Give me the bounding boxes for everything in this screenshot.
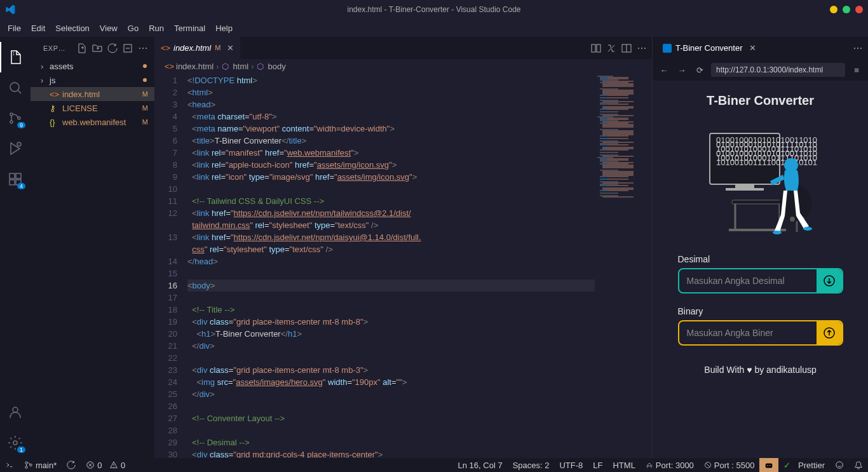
svg-point-4 (17, 142, 21, 146)
sb-lang[interactable]: HTML (607, 458, 640, 472)
modified-dot (143, 78, 147, 82)
file-status: M (142, 90, 148, 98)
menu-icon[interactable]: ≡ (850, 65, 863, 75)
diff-icon[interactable] (606, 43, 616, 53)
more-icon[interactable] (137, 42, 149, 55)
file-row-js[interactable]: › js (31, 73, 154, 87)
file-row-license[interactable]: ⚷ LICENSE M (31, 101, 154, 115)
sb-spaces[interactable]: Spaces: 2 (508, 458, 555, 472)
editor-area: <> index.html M ✕ <> index.html › ⬡ html… (154, 37, 652, 458)
tab-index[interactable]: <> index.html M ✕ (154, 37, 240, 59)
file-row-index[interactable]: <> index.html M (31, 87, 154, 101)
menubar: File Edit Selection View Go Run Terminal… (0, 19, 868, 37)
file-name: web.webmanifest (62, 118, 142, 127)
modified-dot (143, 64, 147, 68)
svg-point-42 (784, 158, 798, 172)
menu-terminal[interactable]: Terminal (169, 21, 210, 36)
svg-point-14 (146, 48, 147, 49)
breadcrumb-item[interactable]: index.html (176, 62, 214, 71)
window-title: index.html - T-Biner-Converter - Visual … (347, 5, 520, 14)
svg-rect-33 (732, 200, 783, 204)
breadcrumb-item[interactable]: html (233, 62, 249, 71)
menu-go[interactable]: Go (123, 21, 144, 36)
menu-help[interactable]: Help (210, 21, 238, 36)
menu-view[interactable]: View (95, 21, 123, 36)
binary-input[interactable] (679, 321, 817, 344)
sb-copilot[interactable] (759, 458, 778, 472)
url-bar[interactable]: http://127.0.0.1:3000/index.html (711, 63, 845, 77)
menu-file[interactable]: File (3, 21, 26, 36)
activity-debug[interactable] (0, 133, 31, 164)
forward-icon[interactable]: → (675, 65, 688, 75)
menu-run[interactable]: Run (144, 21, 169, 36)
activity-search[interactable] (0, 72, 31, 103)
refresh-icon[interactable] (106, 42, 119, 55)
svg-point-23 (860, 48, 862, 49)
menu-edit[interactable]: Edit (26, 21, 50, 36)
sb-feedback[interactable] (830, 458, 849, 472)
breadcrumb[interactable]: <> index.html › ⬡ html › ⬡ body (154, 59, 652, 73)
code-editor[interactable]: 1234567891011121314151617181920212223242… (154, 73, 652, 458)
breadcrumb-item[interactable]: body (268, 62, 286, 71)
more-icon[interactable] (853, 43, 863, 53)
activity-explorer[interactable] (0, 42, 31, 72)
more-icon[interactable] (637, 43, 647, 53)
html-icon: <> (161, 43, 170, 53)
activity-settings[interactable]: 1 (0, 428, 31, 458)
compare-icon[interactable] (591, 43, 601, 53)
desimal-convert-button[interactable] (817, 269, 842, 292)
reload-icon[interactable]: ⟳ (693, 65, 706, 75)
chevron-right-icon: › (216, 62, 219, 71)
svg-point-39 (790, 217, 795, 222)
sb-branch[interactable]: main* (19, 458, 62, 472)
new-folder-icon[interactable] (91, 42, 104, 55)
sb-prettier[interactable]: ✓ Prettier (778, 458, 830, 472)
sb-cursor[interactable]: Ln 16, Col 7 (453, 458, 508, 472)
close-window-button[interactable] (855, 6, 863, 13)
sidebar-title: EXPLORER (43, 44, 69, 52)
sb-problems[interactable]: 0 0 (81, 458, 130, 472)
split-icon[interactable] (621, 43, 632, 53)
desimal-input[interactable] (679, 269, 817, 292)
chevron-right-icon: › (41, 76, 50, 85)
file-row-webmanifest[interactable]: {} web.webmanifest M (31, 115, 154, 129)
sb-sync[interactable] (62, 458, 81, 472)
svg-point-12 (139, 48, 140, 49)
preview-tab[interactable]: T-Biner Conventer ✕ (658, 37, 761, 59)
svg-rect-5 (10, 173, 15, 179)
sb-remote[interactable] (0, 458, 19, 472)
preview-panel: T-Biner Conventer ✕ ← → ⟳ http://127.0.0… (652, 37, 868, 458)
sb-eol[interactable]: LF (588, 458, 607, 472)
tabbar: <> index.html M ✕ (154, 37, 652, 59)
sb-port1[interactable]: Port: 3000 (641, 458, 699, 472)
sb-encoding[interactable]: UTF-8 (554, 458, 588, 472)
activity-extensions[interactable]: 4 (0, 164, 31, 194)
close-icon[interactable]: ✕ (749, 43, 756, 53)
activity-account[interactable] (0, 397, 31, 428)
new-file-icon[interactable] (76, 42, 88, 55)
minimap[interactable] (595, 73, 652, 458)
svg-point-55 (770, 465, 771, 466)
file-name: assets (50, 62, 143, 71)
close-icon[interactable]: ✕ (227, 43, 234, 53)
code-content[interactable]: <!DOCTYPE html><html><head> <meta charse… (187, 73, 595, 458)
menu-selection[interactable]: Selection (50, 21, 94, 36)
svg-point-9 (13, 407, 18, 412)
collapse-icon[interactable] (121, 42, 134, 55)
file-row-assets[interactable]: › assets (31, 59, 154, 73)
sb-notifications[interactable] (849, 458, 868, 472)
back-icon[interactable]: ← (658, 65, 670, 75)
svg-point-56 (836, 462, 843, 469)
minimize-button[interactable] (830, 6, 837, 13)
binary-convert-button[interactable] (817, 321, 842, 344)
json-icon: {} (50, 118, 60, 127)
hero-image: 0100100010101010011010 01001000101010111… (697, 127, 824, 235)
tab-name: index.html (173, 43, 211, 53)
activity-scm[interactable]: 9 (0, 103, 31, 133)
svg-point-49 (30, 464, 32, 466)
sb-port2[interactable]: Port : 5500 (699, 458, 760, 472)
svg-rect-32 (726, 188, 764, 191)
svg-point-19 (641, 48, 642, 49)
maximize-button[interactable] (843, 6, 850, 13)
file-name: index.html (62, 90, 142, 99)
